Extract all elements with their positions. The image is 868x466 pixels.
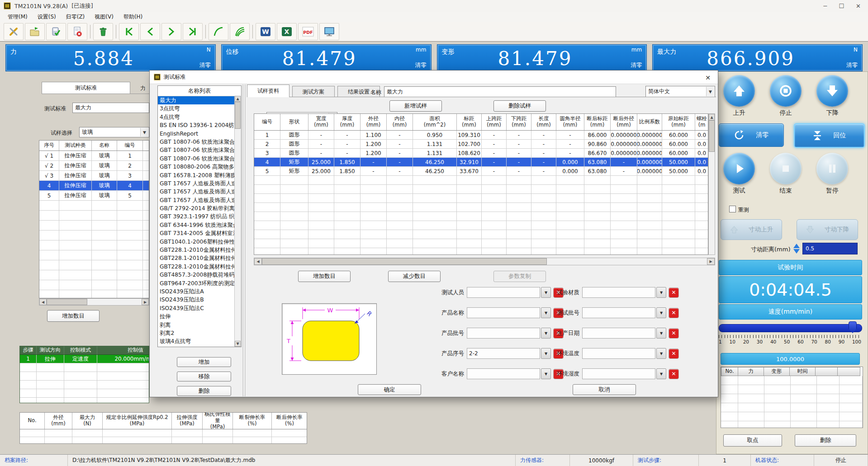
table-row[interactable]: [20, 363, 149, 372]
scroll-down-icon[interactable]: ▼: [235, 341, 241, 347]
table-row[interactable]: [39, 270, 149, 280]
field-input[interactable]: [582, 368, 655, 379]
maximize-button[interactable]: ☐: [839, 3, 844, 9]
export-excel-button[interactable]: X: [277, 23, 297, 40]
list-item[interactable]: 最大力: [158, 96, 236, 104]
field-dropdown-icon[interactable]: ▼: [541, 328, 551, 339]
meter-clear-button[interactable]: 清零: [846, 61, 858, 69]
add-specimen-button[interactable]: 新增试样: [389, 100, 442, 112]
select-table-hscrollbar[interactable]: ◀ ▶: [39, 298, 149, 306]
list-item[interactable]: 3点抗弯: [158, 104, 236, 113]
table-row[interactable]: [20, 398, 149, 403]
scroll-right-icon[interactable]: ▶: [707, 258, 715, 265]
close-button[interactable]: ✕: [856, 3, 861, 9]
list-item[interactable]: GBT 108080-2006 高聚物多孔弹性: [158, 163, 236, 171]
list-item[interactable]: ISO2439压陷法C: [158, 304, 236, 312]
list-item[interactable]: GBT 10807-06 软质泡沫聚合材料: [158, 155, 236, 163]
table-row[interactable]: 5矩形25.0001.850--46.25033.670---0.00063.0…: [254, 167, 708, 176]
table-row[interactable]: √ 1拉伸压缩玻璃1: [39, 151, 149, 161]
field-dropdown-icon[interactable]: ▼: [656, 368, 666, 379]
list-item[interactable]: GBT4857.3-2008静载荷堆码试验方: [158, 271, 236, 279]
field-clear-icon[interactable]: ✕: [669, 308, 679, 318]
scroll-thumb[interactable]: [262, 258, 547, 265]
list-item[interactable]: EnglishReport: [158, 130, 236, 138]
field-clear-icon[interactable]: ✕: [669, 328, 679, 339]
table-row[interactable]: [39, 211, 149, 221]
ok-button[interactable]: 确定: [358, 384, 421, 395]
jog-down-button[interactable]: [816, 75, 848, 107]
inch-up-button[interactable]: 寸动上升: [721, 219, 782, 240]
list-item[interactable]: 拉伸: [158, 312, 236, 320]
scroll-up-icon[interactable]: ▲: [709, 114, 715, 120]
table-row[interactable]: [254, 221, 708, 230]
spinner-up-icon[interactable]: [793, 244, 800, 248]
field-input[interactable]: [467, 307, 540, 318]
list-item[interactable]: 剥离2: [158, 329, 236, 337]
scroll-up-icon[interactable]: ▲: [235, 96, 241, 102]
table-row[interactable]: [39, 221, 149, 231]
table-row[interactable]: [39, 280, 149, 290]
cancel-button[interactable]: 取消: [573, 384, 636, 395]
table-row[interactable]: [254, 239, 708, 248]
test-finish-button[interactable]: [770, 153, 802, 184]
language-combo[interactable]: 简体中文▼: [645, 86, 715, 97]
list-item[interactable]: ISO2439压陷法B: [158, 296, 236, 304]
chevron-down-icon[interactable]: ▼: [706, 87, 714, 96]
chevron-down-icon[interactable]: ▼: [140, 128, 148, 137]
list-item[interactable]: GBT 10807-06 软质泡沫聚合材料: [158, 138, 236, 146]
table-row[interactable]: [254, 185, 708, 194]
field-input[interactable]: [582, 287, 655, 298]
table-row[interactable]: [39, 250, 149, 260]
list-item[interactable]: 4点抗弯: [158, 113, 236, 121]
tools-button[interactable]: [4, 23, 24, 40]
field-input[interactable]: [467, 287, 540, 298]
nav-first-button[interactable]: [119, 23, 139, 40]
table-row[interactable]: [39, 260, 149, 270]
monitor-button[interactable]: [319, 23, 339, 40]
list-item[interactable]: GBT9647-2003环刚度的测定: [158, 279, 236, 287]
curve-multi-button[interactable]: [230, 23, 250, 40]
field-clear-icon[interactable]: ✕: [669, 369, 679, 379]
zero-button[interactable]: 清零: [719, 123, 784, 147]
table-row[interactable]: [39, 290, 149, 298]
list-item[interactable]: GBT228.1-2010金属材料拉伸试验: [158, 254, 236, 262]
standard-name-input[interactable]: 最大力: [384, 86, 616, 97]
test-pause-button[interactable]: [816, 153, 848, 184]
inch-distance-spinner[interactable]: [792, 243, 801, 254]
table-row[interactable]: 5拉伸压缩玻璃5: [39, 191, 149, 201]
add-count-button[interactable]: 增加数目: [298, 271, 351, 282]
table-row[interactable]: [20, 437, 307, 444]
checkbox-icon[interactable]: [729, 206, 736, 212]
field-clear-icon[interactable]: ✕: [669, 348, 679, 359]
spinner-down-icon[interactable]: [793, 249, 800, 254]
table-row[interactable]: [39, 231, 149, 240]
list-item[interactable]: 剥离: [158, 321, 236, 329]
table-row[interactable]: [20, 372, 149, 381]
meter-clear-button[interactable]: 清零: [415, 61, 427, 69]
meter-clear-button[interactable]: 清零: [631, 61, 642, 69]
field-dropdown-icon[interactable]: ▼: [656, 307, 666, 318]
list-item[interactable]: GBT 10807-06 软质泡沫聚合材料: [158, 146, 236, 154]
table-row[interactable]: [721, 376, 863, 385]
delete-point-button[interactable]: 删除: [795, 434, 856, 447]
standard-input[interactable]: 最大力: [72, 103, 149, 113]
curve-single-button[interactable]: [209, 23, 228, 40]
table-row[interactable]: [20, 429, 307, 437]
field-input[interactable]: [582, 307, 655, 318]
take-point-button[interactable]: 取点: [723, 434, 782, 447]
table-row[interactable]: [721, 403, 863, 412]
report-delete-button[interactable]: [67, 23, 87, 40]
tab-test-standard[interactable]: 测试标准: [42, 82, 130, 94]
list-item[interactable]: 持压: [158, 346, 236, 347]
table-row[interactable]: 1拉伸定速度20.000mm/min: [20, 355, 149, 363]
list-item[interactable]: ISO2439压陷法A: [158, 287, 236, 296]
scroll-right-icon[interactable]: ▶: [142, 299, 149, 305]
list-item[interactable]: GBT 17657 人造板及饰面人造板理: [158, 179, 236, 188]
field-clear-icon[interactable]: ✕: [669, 287, 679, 298]
delete-specimen-button[interactable]: 删除试样: [493, 100, 546, 112]
menu-item[interactable]: 归零(Z): [61, 12, 90, 22]
scroll-left-icon[interactable]: ◀: [254, 258, 262, 265]
field-dropdown-icon[interactable]: ▼: [656, 348, 666, 359]
list-remove-button[interactable]: 移除: [177, 372, 231, 381]
export-word-button[interactable]: W: [256, 23, 275, 40]
